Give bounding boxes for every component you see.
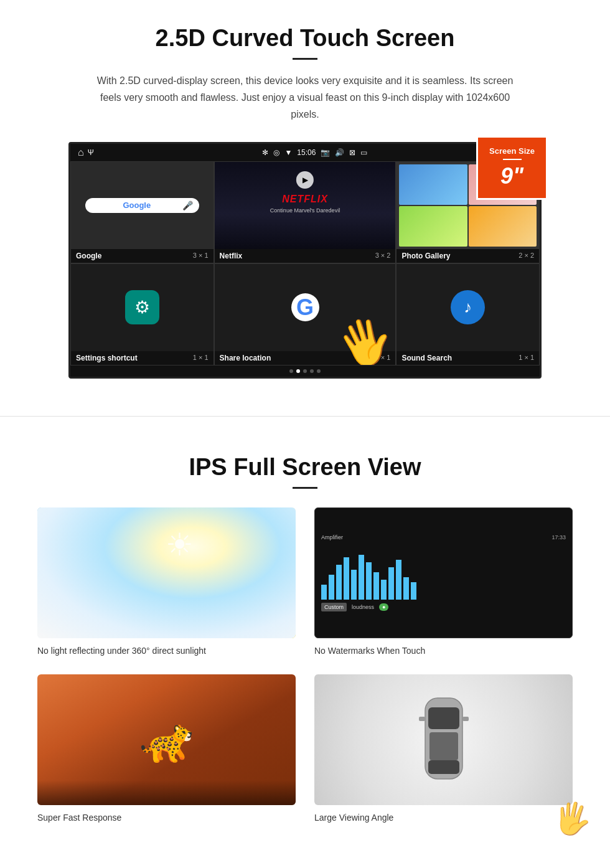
amp-bar-1 [321,585,327,600]
screen-size-badge: Screen Size 9" [476,136,548,200]
home-icon: ⌂ [78,147,84,158]
dot-4 [310,369,314,373]
curved-screen-section: 2.5D Curved Touch Screen With 2.5D curve… [0,0,610,403]
section1-desc: With 2.5D curved-display screen, this de… [87,72,523,123]
amp-bar-3 [336,565,342,600]
svg-rect-2 [429,732,458,760]
car-image [314,674,573,805]
car-svg [416,692,472,785]
amp-footer: Custom loudness ● [321,603,388,611]
sound-app-size: 1 × 1 [518,354,534,362]
gallery-app-name: Photo Gallery [401,252,450,260]
share-app-size: 1 × 1 [375,354,391,362]
amp-bar-13 [411,582,416,600]
amp-bar-9 [381,580,387,600]
cheetah-image: 🐆 [37,674,296,805]
section1-divider [293,58,317,60]
amp-bar-11 [396,560,401,600]
svg-rect-3 [428,760,459,774]
sound-app-name: Sound Search [401,354,452,362]
signal-icon: ⊠ [349,148,355,157]
screen-mockup-container: Screen Size 9" ⌂ Ψ ✻ ◎ ▼ 15:06 📷 🔊 ⊠ ▭ [68,142,542,379]
gallery-app-size: 2 × 2 [518,252,534,260]
svg-rect-5 [462,717,469,721]
amp-bar-6 [359,555,364,600]
google-search-widget[interactable]: Google 🎤 [85,198,199,213]
badge-title: Screen Size [489,146,535,156]
time-display: 15:06 [297,148,316,157]
share-app-name: Share location [220,354,271,362]
share-preview: G [215,264,396,351]
mic-icon[interactable]: 🎤 [182,200,193,210]
ips-title: IPS Full Screen View [37,454,573,481]
car-caption: Large Viewing Angle [314,813,573,823]
google-label-row: Google 3 × 1 [71,249,214,263]
dot-3 [303,369,307,373]
ips-item-cheetah: 🐆 Super Fast Response [37,674,296,823]
sound-preview: ♪ [396,264,539,351]
ips-grid: ☀ No light reflecting under 360° direct … [37,507,573,823]
sunlight-caption: No light reflecting under 360° direct su… [37,646,296,656]
settings-app-size: 1 × 1 [193,354,209,362]
settings-icon-wrap: ⚙ [125,290,159,324]
ips-item-amplifier: Amplifier 17:33 [314,507,573,656]
amp-time: 17:33 [551,534,566,540]
amp-bar-7 [366,562,372,600]
amp-bar-2 [329,575,334,600]
ips-item-sunlight: ☀ No light reflecting under 360° direct … [37,507,296,656]
gallery-label-row: Photo Gallery 2 × 2 [396,249,539,263]
amp-header: Amplifier 17:33 [321,534,566,540]
cheetah-caption: Super Fast Response [37,813,296,823]
amp-bar-5 [351,570,357,600]
volume-icon: 🔊 [335,148,344,157]
ips-section: IPS Full Screen View ☀ No light reflecti… [0,429,610,847]
status-center: ✻ ◎ ▼ 15:06 📷 🔊 ⊠ ▭ [98,148,532,157]
cheetah-gradient-overlay [37,780,296,805]
amp-loudness: loudness [352,604,374,610]
app-cell-sound[interactable]: ♪ Sound Search 1 × 1 [396,263,540,366]
svg-rect-1 [428,707,459,729]
dot-1 [289,369,293,373]
sun-icon: ☀ [166,527,194,563]
sunlight-bg: ☀ [37,507,296,638]
amplifier-caption: No Watermarks When Touch [314,646,573,656]
netflix-app-size: 3 × 2 [375,252,391,260]
netflix-subtitle: Continue Marvel's Daredevil [270,207,340,214]
netflix-label-row: Netflix 3 × 2 [215,249,396,263]
settings-preview: ⚙ [71,264,214,351]
dot-2 [296,369,300,373]
app-cell-settings[interactable]: ⚙ Settings shortcut 1 × 1 [70,263,214,366]
app-grid-top: Google 🎤 Google 3 × 1 ▶ [70,161,540,263]
ips-header: IPS Full Screen View [37,454,573,489]
gallery-thumb-1 [399,164,467,205]
google-app-name: Google [76,252,101,260]
section1-title: 2.5D Curved Touch Screen [37,25,573,52]
ips-item-car: Large Viewing Angle [314,674,573,823]
music-icon-wrap: ♪ [451,290,485,324]
svg-rect-4 [419,717,425,721]
netflix-app-name: Netflix [220,252,243,260]
app-cell-share[interactable]: G 🖐 Share location 1 × 1 [214,263,396,366]
google-app-size: 3 × 1 [193,252,209,260]
app-cell-netflix[interactable]: ▶ NETFLIX Continue Marvel's Daredevil Ne… [214,161,396,263]
cheetah-emoji: 🐆 [139,714,194,765]
google-logo-text: Google [92,200,182,210]
camera-icon: 📷 [321,148,330,157]
amp-bar-12 [403,577,409,600]
sunlight-image: ☀ [37,507,296,638]
pagination [70,366,540,377]
battery-icon: ▭ [360,148,367,157]
car-top-view [416,692,472,787]
app-cell-google[interactable]: Google 🎤 Google 3 × 1 [70,161,214,263]
netflix-preview: ▶ NETFLIX Continue Marvel's Daredevil [215,162,396,249]
play-button[interactable]: ▶ [296,171,314,189]
section-divider-hr [0,416,610,417]
netflix-logo: NETFLIX [282,194,328,205]
wifi-icon: ▼ [284,148,292,157]
status-bar: ⌂ Ψ ✻ ◎ ▼ 15:06 📷 🔊 ⊠ ▭ [70,144,540,161]
app-grid-bottom: ⚙ Settings shortcut 1 × 1 G 🖐 [70,263,540,366]
amp-bars-container [321,550,566,600]
sound-label-row: Sound Search 1 × 1 [396,351,539,365]
gallery-thumb-3 [399,206,467,247]
amp-bar-4 [344,557,349,600]
